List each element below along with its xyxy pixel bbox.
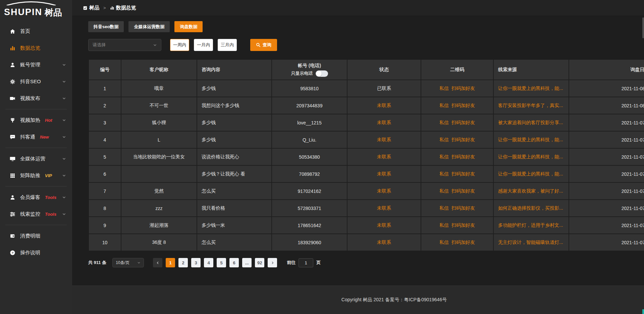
cell-date: 2021-11-07 23:18	[569, 114, 644, 131]
sidebar-divider	[5, 225, 67, 225]
goto-unit: 页	[316, 260, 321, 266]
cell-content: 怎么买	[197, 234, 272, 251]
prev-page-button[interactable]	[153, 258, 162, 267]
range-three-months-button[interactable]: 三月内	[218, 39, 237, 51]
cell-source-link[interactable]: 感谢大家喜欢我家，被问了好...	[493, 182, 569, 200]
page-ellipsis-button[interactable]: ...	[242, 258, 252, 267]
cell-source-link[interactable]: 如何正确选择投影仪，买投影...	[493, 200, 569, 217]
page-button-92[interactable]: 92	[255, 258, 264, 267]
scan-add-friend-link[interactable]: 扫码加好友	[451, 205, 475, 211]
cell-source-link[interactable]: 让你一眼就爱上的黑科技，能...	[493, 165, 569, 182]
svg-text:?: ?	[11, 251, 13, 254]
user-icon	[9, 194, 15, 200]
cell-nickname: 觉然	[121, 182, 197, 200]
sidebar-item-account-management[interactable]: 账号管理	[0, 56, 72, 73]
cell-date: 2021-11-07 20:39	[569, 217, 644, 234]
private-message-link[interactable]: 私信	[439, 86, 449, 91]
table-row: 1 哦章 多少钱 9583810 已联系 私信扫码加好友 让你一眼就爱上的黑科技…	[89, 80, 644, 97]
sidebar-item-omnimedia-operation[interactable]: 全媒体运营	[0, 150, 72, 167]
cell-qrcode: 私信扫码加好友	[421, 182, 493, 200]
scan-add-friend-link[interactable]: 扫码加好友	[451, 86, 475, 91]
sidebar-item-data-overview[interactable]: 数据总览	[0, 40, 72, 56]
breadcrumb-root[interactable]: 树品	[89, 5, 99, 11]
page-button-5[interactable]: 5	[217, 258, 226, 267]
sidebar-item-lead-monitoring[interactable]: 线索监控 Tools	[0, 206, 72, 222]
cell-source-link[interactable]: 让你一眼就爱上的黑科技，能...	[493, 80, 569, 97]
cell-content: 多少钱	[197, 131, 272, 148]
private-message-link[interactable]: 私信	[439, 240, 449, 245]
scan-add-friend-link[interactable]: 扫码加好友	[451, 171, 475, 176]
cell-content: 我想问这个多少钱	[197, 97, 272, 114]
cell-source-link[interactable]: 无主灯设计，智能磁吸轨道灯...	[493, 234, 569, 251]
sidebar-item-member-baoke[interactable]: 会员爆客 Tools	[0, 189, 72, 206]
cell-account: love__1215	[272, 114, 347, 131]
page-button-6[interactable]: 6	[229, 258, 239, 267]
search-button[interactable]: 查询	[250, 39, 277, 51]
copyright-text: Copyright 树品 2021 备案号：粤ICP备09019646号	[341, 297, 447, 303]
table-row: 7 觉然 怎么买 917024162 未联系 私信扫码加好友 感谢大家喜欢我家，…	[89, 182, 644, 200]
goto-page-input[interactable]	[299, 258, 313, 267]
page-button-4[interactable]: 4	[204, 258, 213, 267]
tab-omnimedia-data[interactable]: 全媒体运营数据	[128, 21, 170, 32]
cell-source-link[interactable]: 让你一眼就爱上的黑科技，能...	[493, 131, 569, 148]
range-one-week-button[interactable]: 一周内	[170, 39, 189, 51]
private-message-link[interactable]: 私信	[439, 188, 449, 194]
cell-source-link[interactable]: 客厅安装投影半年多了，真实...	[493, 97, 569, 114]
chevron-down-icon	[62, 118, 66, 122]
sidebar-item-video-publish[interactable]: 视频发布	[0, 90, 72, 107]
range-one-month-button[interactable]: 一月内	[194, 39, 213, 51]
app-square-icon	[83, 6, 88, 10]
scan-add-friend-link[interactable]: 扫码加好友	[451, 154, 475, 159]
page-size-select[interactable]: 10条/页	[112, 258, 144, 267]
private-message-link[interactable]: 私信	[439, 171, 449, 176]
next-page-button[interactable]	[268, 258, 277, 267]
sidebar-item-label: 矩阵助推	[20, 172, 40, 179]
bar-chart-icon	[9, 45, 15, 51]
sidebar-item-doukertong[interactable]: 抖客通 New	[0, 128, 72, 145]
cell-qrcode: 私信扫码加好友	[421, 148, 493, 165]
content: 抖音seo数据 全媒体运营数据 询盘数据 请选择 一周内 一月内 三月内 查询	[72, 16, 644, 285]
scan-add-friend-link[interactable]: 扫码加好友	[451, 120, 475, 125]
private-message-link[interactable]: 私信	[439, 103, 449, 108]
private-message-link[interactable]: 私信	[439, 137, 449, 142]
tab-douyin-seo-data[interactable]: 抖音seo数据	[88, 21, 124, 32]
sidebar-item-douyin-seo[interactable]: 抖音SEO	[0, 73, 72, 90]
scan-add-friend-link[interactable]: 扫码加好友	[451, 188, 475, 194]
scan-add-friend-link[interactable]: 扫码加好友	[451, 137, 475, 142]
sidebar-item-label: 线索监控	[20, 211, 40, 217]
cell-source-link[interactable]: 让你一眼就爱上的黑科技，能...	[493, 148, 569, 165]
phone-only-toggle[interactable]	[316, 70, 328, 77]
cell-no: 10	[89, 234, 121, 251]
sidebar-item-label: 视频发布	[20, 95, 40, 102]
account-header-line2: 只显示电话	[275, 70, 343, 77]
main-area: 树品 > 数据总览 用户名： zswodun88 抖音seo数据 全媒体运营数据…	[72, 0, 644, 314]
cell-source-link[interactable]: 多功能护栏灯，适用于乡村文...	[493, 217, 569, 234]
col-header-no: 编号	[89, 59, 121, 80]
sidebar-item-home[interactable]: 首页	[0, 23, 72, 40]
sidebar-item-operation-guide[interactable]: ? 操作说明	[0, 244, 72, 261]
cell-nickname: L	[121, 131, 197, 148]
private-message-link[interactable]: 私信	[439, 222, 449, 228]
scan-add-friend-link[interactable]: 扫码加好友	[451, 103, 475, 108]
sidebar-item-matrix-boost[interactable]: 矩阵助推 VIP	[0, 167, 72, 184]
private-message-link[interactable]: 私信	[439, 120, 449, 125]
scan-add-friend-link[interactable]: 扫码加好友	[451, 222, 475, 228]
account-filter-select[interactable]: 请选择	[88, 39, 161, 51]
page-button-1[interactable]: 1	[166, 258, 175, 267]
page-button-3[interactable]: 3	[191, 258, 201, 267]
scrollbar-thumb[interactable]	[642, 17, 644, 38]
scan-add-friend-link[interactable]: 扫码加好友	[451, 240, 475, 245]
cell-date: 2021-11-07 22:41	[569, 165, 644, 182]
sidebar-item-video-heating[interactable]: 视频加热 Hot	[0, 112, 72, 128]
sidebar-item-label: 账号管理	[20, 62, 40, 68]
col-header-date: 询盘日期	[569, 59, 644, 80]
cell-source-link[interactable]: 被大家追着问的客厅投影分享...	[493, 114, 569, 131]
tab-inquiry-data[interactable]: 询盘数据	[174, 21, 203, 32]
page-button-2[interactable]: 2	[178, 258, 188, 267]
private-message-link[interactable]: 私信	[439, 154, 449, 159]
chevron-down-icon	[62, 63, 66, 67]
cell-qrcode: 私信扫码加好友	[421, 131, 493, 148]
private-message-link[interactable]: 私信	[439, 205, 449, 211]
sidebar-item-consumption-details[interactable]: 消费明细	[0, 227, 72, 244]
bar-chart-icon	[110, 6, 114, 10]
